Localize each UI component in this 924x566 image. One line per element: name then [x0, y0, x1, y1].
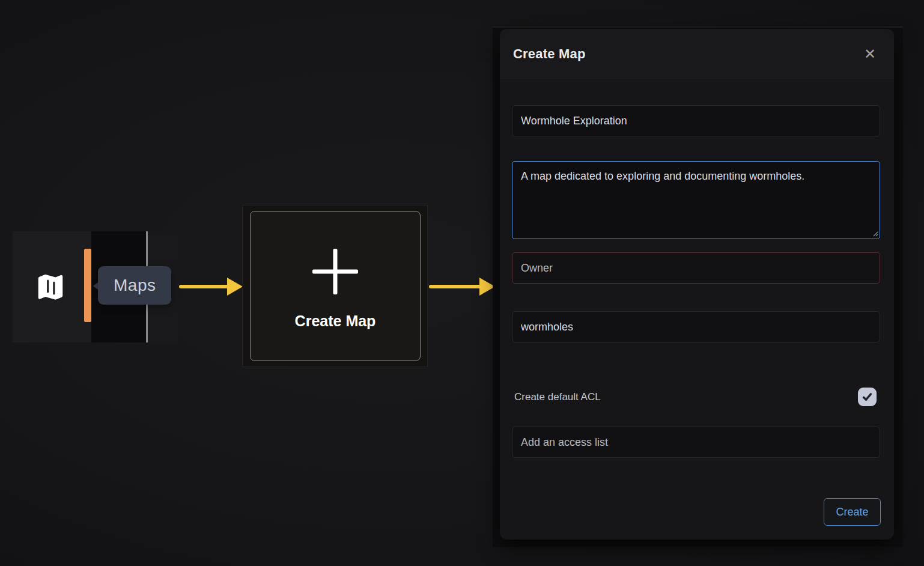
create-map-modal: Create Map ✕ A map dedicated to explorin… — [500, 29, 894, 540]
acl-row: Create default ACL — [514, 387, 880, 407]
arrow-shaft — [429, 285, 482, 288]
create-map-card-frame: Create Map — [242, 205, 428, 367]
close-icon[interactable]: ✕ — [854, 38, 886, 70]
access-list-input[interactable] — [512, 427, 880, 458]
acl-checkbox[interactable] — [858, 388, 877, 406]
tutorial-canvas: Maps Create Map Create Map ✕ A map dedic… — [0, 0, 924, 566]
modal-title: Create Map — [513, 46, 586, 62]
map-icon[interactable] — [34, 271, 67, 303]
checkmark-icon — [862, 391, 873, 403]
map-name-input[interactable] — [512, 105, 880, 136]
acl-label: Create default ACL — [514, 391, 601, 403]
active-nav-indicator — [84, 249, 91, 322]
backdrop-edge — [493, 26, 903, 28]
create-button[interactable]: Create — [824, 498, 881, 526]
tags-input[interactable] — [512, 311, 880, 342]
owner-input[interactable] — [512, 252, 880, 284]
create-map-card-label: Create Map — [251, 312, 420, 330]
sidebar-snippet: Maps — [13, 231, 178, 342]
map-description-textarea[interactable]: A map dedicated to exploring and documen… — [512, 161, 880, 239]
flow-arrow-2 — [429, 278, 496, 296]
create-map-card[interactable]: Create Map — [250, 211, 421, 361]
maps-tooltip-label: Maps — [114, 276, 156, 295]
arrow-head-icon — [227, 278, 243, 296]
plus-icon — [312, 249, 358, 294]
modal-header: Create Map — [500, 29, 894, 79]
flow-arrow-1 — [179, 278, 244, 296]
maps-tooltip: Maps — [98, 266, 171, 305]
arrow-shaft — [179, 285, 229, 288]
